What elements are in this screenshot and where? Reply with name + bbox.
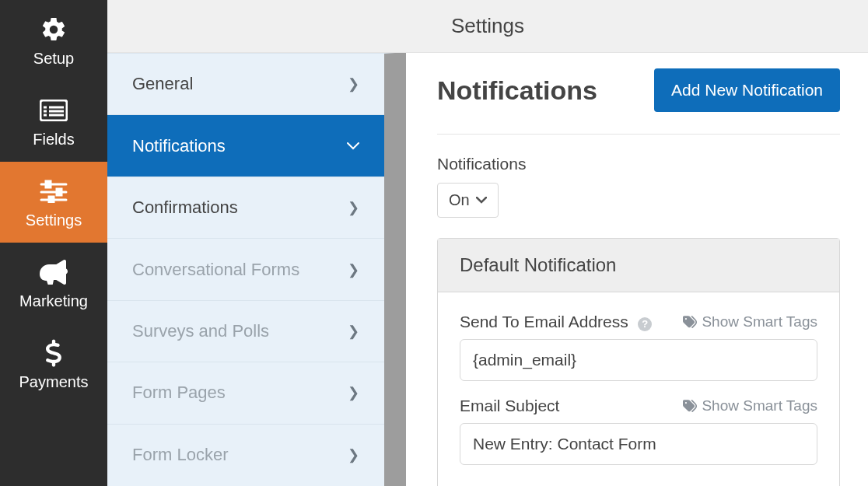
send-to-input[interactable]	[460, 339, 817, 381]
submenu-label: General	[132, 74, 193, 94]
submenu-item-form-locker[interactable]: Form Locker ❯	[107, 425, 384, 486]
chevron-right-icon: ❯	[348, 261, 359, 278]
row-top: Send To Email Address ? Show Smart Tags	[460, 313, 817, 331]
submenu-label: Confirmations	[132, 198, 238, 218]
submenu-item-confirmations[interactable]: Confirmations ❯	[107, 177, 384, 239]
chevron-right-icon: ❯	[348, 323, 359, 340]
smart-tags-label: Show Smart Tags	[702, 313, 817, 330]
chevron-down-icon	[476, 197, 487, 204]
bullhorn-icon	[38, 257, 69, 288]
submenu-label: Form Pages	[132, 383, 226, 403]
content-header: Notifications Add New Notification	[437, 68, 840, 135]
submenu-item-conversational-forms[interactable]: Conversational Forms ❯	[107, 239, 384, 300]
sliders-icon	[38, 176, 69, 207]
panel-body: Send To Email Address ? Show Smart Tags	[438, 292, 839, 486]
topbar-title: Settings	[451, 14, 524, 38]
vnav-item-marketing[interactable]: Marketing	[0, 243, 107, 323]
chevron-right-icon: ❯	[348, 446, 359, 463]
submenu-item-surveys-polls[interactable]: Surveys and Polls ❯	[107, 301, 384, 362]
body: General ❯ Notifications Confirmations ❯ …	[107, 53, 868, 486]
list-icon	[38, 95, 69, 126]
gear-icon	[38, 14, 69, 45]
vnav-label: Marketing	[19, 292, 88, 310]
show-smart-tags-link[interactable]: Show Smart Tags	[683, 397, 817, 414]
chevron-right-icon: ❯	[348, 384, 359, 401]
vnav-item-settings[interactable]: Settings	[0, 162, 107, 243]
submenu-label: Form Locker	[132, 445, 228, 465]
settings-submenu: General ❯ Notifications Confirmations ❯ …	[107, 53, 395, 486]
vnav-item-payments[interactable]: Payments	[0, 323, 107, 404]
vnav-label: Settings	[26, 212, 82, 229]
submenu-item-form-pages[interactable]: Form Pages ❯	[107, 362, 384, 424]
app-root: Setup Fields Settings Marketing Payments	[0, 0, 868, 486]
right-column: Settings General ❯ Notifications Confirm…	[107, 0, 868, 486]
submenu-label: Surveys and Polls	[132, 321, 269, 341]
vnav-label: Payments	[19, 373, 89, 391]
add-new-notification-button[interactable]: Add New Notification	[654, 68, 840, 112]
vnav-label: Setup	[33, 50, 74, 68]
chevron-right-icon: ❯	[348, 199, 359, 216]
send-to-row: Send To Email Address ? Show Smart Tags	[460, 313, 817, 381]
vertical-nav: Setup Fields Settings Marketing Payments	[0, 0, 107, 486]
panel-header: Default Notification	[438, 239, 839, 292]
help-icon[interactable]: ?	[638, 317, 652, 331]
vnav-item-setup[interactable]: Setup	[0, 0, 107, 81]
show-smart-tags-link[interactable]: Show Smart Tags	[683, 313, 817, 330]
smart-tags-label: Show Smart Tags	[702, 397, 817, 414]
page-title: Notifications	[437, 75, 597, 106]
send-to-label: Send To Email Address	[460, 313, 628, 330]
chevron-down-icon	[347, 142, 359, 150]
topbar: Settings	[107, 0, 868, 53]
notifications-toggle-select[interactable]: On	[437, 183, 499, 218]
subject-input[interactable]	[460, 423, 817, 465]
svg-rect-12	[49, 197, 54, 203]
submenu-label: Notifications	[132, 136, 226, 156]
content-wrap: Notifications Add New Notification Notif…	[395, 53, 868, 486]
tag-icon	[683, 315, 697, 329]
submenu-label: Conversational Forms	[132, 260, 299, 280]
subject-row: Email Subject Show Smart Tags	[460, 397, 817, 465]
row-top: Email Subject Show Smart Tags	[460, 397, 817, 415]
svg-rect-8	[46, 181, 51, 187]
notifications-toggle-label: Notifications	[437, 155, 840, 173]
subject-label: Email Subject	[460, 397, 559, 415]
vnav-item-fields[interactable]: Fields	[0, 81, 107, 162]
submenu-item-general[interactable]: General ❯	[107, 54, 384, 115]
submenu-item-notifications[interactable]: Notifications	[107, 115, 384, 177]
send-to-label-wrap: Send To Email Address ?	[460, 313, 652, 331]
content: Notifications Add New Notification Notif…	[406, 53, 868, 486]
tag-icon	[683, 399, 697, 413]
dollar-icon	[38, 337, 69, 369]
select-value: On	[449, 191, 470, 209]
svg-rect-10	[57, 189, 61, 195]
vnav-label: Fields	[33, 131, 74, 149]
notification-panel: Default Notification Send To Email Addre…	[437, 238, 840, 486]
chevron-right-icon: ❯	[348, 75, 359, 93]
